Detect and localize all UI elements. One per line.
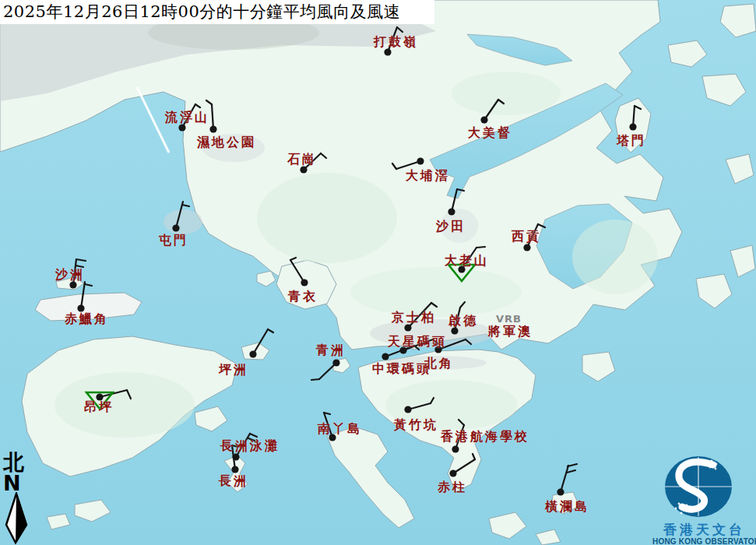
map-title: 2025年12月26日12時00分的十分鐘平均風向及風速	[0, 0, 434, 24]
hko-logo-name-cn: 香港天文台	[652, 522, 756, 537]
hko-logo: 香港天文台 HONG KONG OBSERVATORY	[652, 454, 756, 545]
north-label-en: N	[3, 473, 33, 494]
map-background	[0, 0, 756, 545]
north-label-cn: 北	[3, 452, 33, 473]
hko-logo-icon	[652, 454, 756, 519]
north-arrow-icon	[3, 492, 30, 545]
hko-logo-name-en: HONG KONG OBSERVATORY	[652, 537, 756, 545]
wind-map: 打鼓嶺流浮山濕地公園石崗大埔滘沙田大美督塔門西貢大老山沙洲赤鱲角屯門青衣京士柏啟…	[0, 0, 756, 545]
compass: 北 N	[2, 452, 33, 545]
